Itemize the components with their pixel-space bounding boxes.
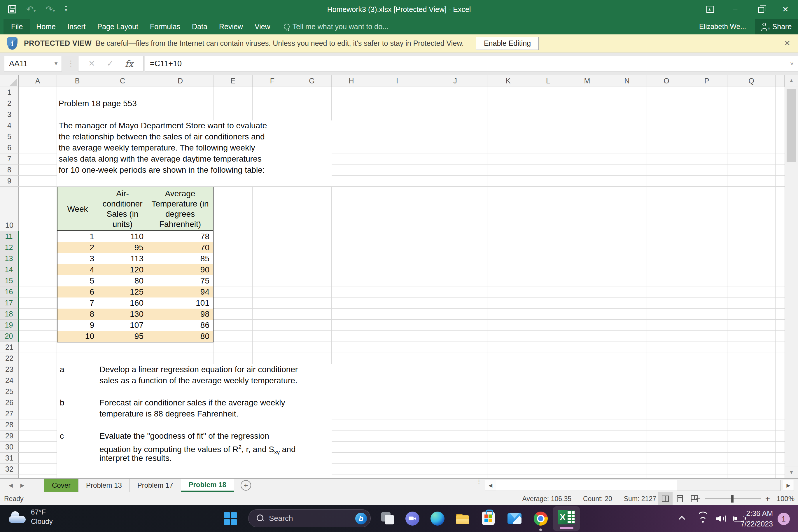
row-header-10[interactable]: 10 bbox=[0, 187, 19, 231]
item-a-line[interactable]: sales as a function of the average weekl… bbox=[99, 375, 298, 386]
row-header-8[interactable]: 8 bbox=[0, 165, 19, 176]
notification-badge[interactable]: 1 bbox=[778, 513, 790, 525]
table-header-sales[interactable]: Air-conditionerSales (inunits) bbox=[98, 187, 147, 230]
row-header-3[interactable]: 3 bbox=[0, 109, 19, 120]
redo-icon[interactable]: ↷▾ bbox=[45, 5, 55, 14]
paragraph-line[interactable]: The manager of Mayo Department Store wan… bbox=[59, 120, 267, 131]
customize-qat-icon[interactable]: ▾ bbox=[65, 6, 67, 13]
column-header-F[interactable]: F bbox=[252, 75, 292, 87]
table-cell[interactable]: 113 bbox=[98, 253, 147, 264]
table-cell[interactable]: 80 bbox=[147, 331, 213, 342]
table-cell[interactable]: 110 bbox=[98, 231, 147, 242]
microsoft-store-icon[interactable] bbox=[482, 512, 495, 525]
row-header-29[interactable]: 29 bbox=[0, 431, 19, 442]
row-header-1[interactable]: 1 bbox=[0, 87, 19, 98]
column-header-Q[interactable]: Q bbox=[727, 75, 776, 87]
table-cell[interactable]: 2 bbox=[57, 242, 98, 253]
zoom-in-icon[interactable]: + bbox=[765, 494, 770, 504]
row-header-23[interactable]: 23 bbox=[0, 364, 19, 375]
chrome-icon[interactable] bbox=[534, 512, 548, 526]
table-cell[interactable]: 80 bbox=[98, 276, 147, 286]
zoom-out-icon[interactable]: − bbox=[696, 494, 700, 504]
row-header-12[interactable]: 12 bbox=[0, 242, 19, 253]
row-header-6[interactable]: 6 bbox=[0, 142, 19, 153]
weather-widget[interactable]: 67°F Cloudy bbox=[9, 508, 53, 526]
column-header-D[interactable]: D bbox=[147, 75, 213, 87]
minimize-button[interactable]: – bbox=[723, 0, 748, 19]
sheet-tab-problem-17[interactable]: Problem 17 bbox=[130, 479, 181, 492]
taskbar-clock[interactable]: 2:36 AM 7/22/2023 bbox=[741, 508, 773, 529]
vertical-scroll-thumb[interactable] bbox=[786, 89, 796, 162]
next-sheet-icon[interactable]: ▶ bbox=[20, 482, 24, 489]
table-cell[interactable]: 4 bbox=[57, 264, 98, 276]
table-cell[interactable]: 86 bbox=[147, 320, 213, 331]
share-button[interactable]: + Share bbox=[755, 19, 798, 34]
undo-icon[interactable]: ↶▾ bbox=[26, 5, 36, 14]
scroll-down-icon[interactable]: ▼ bbox=[785, 466, 798, 478]
cancel-icon[interactable]: ✕ bbox=[88, 59, 95, 68]
paragraph-line[interactable]: the average weekly temperature. The foll… bbox=[59, 142, 267, 153]
select-all-corner[interactable] bbox=[0, 75, 19, 87]
column-header-L[interactable]: L bbox=[529, 75, 567, 87]
table-cell[interactable]: 95 bbox=[98, 242, 147, 253]
row-header-20[interactable]: 20 bbox=[0, 331, 19, 342]
prev-sheet-icon[interactable]: ◀ bbox=[9, 482, 13, 489]
row-header-22[interactable]: 22 bbox=[0, 353, 19, 364]
tab-view[interactable]: View bbox=[249, 20, 276, 34]
column-header-M[interactable]: M bbox=[567, 75, 607, 87]
table-cell[interactable]: 90 bbox=[147, 264, 213, 276]
table-cell[interactable]: 10 bbox=[57, 331, 98, 342]
item-label-a[interactable]: a bbox=[60, 364, 64, 375]
zoom-slider[interactable] bbox=[705, 498, 761, 499]
signed-in-user[interactable]: Elizabeth We... bbox=[699, 22, 746, 31]
table-cell[interactable]: 95 bbox=[98, 331, 147, 342]
table-cell[interactable]: 5 bbox=[57, 276, 98, 286]
row-header-14[interactable]: 14 bbox=[0, 264, 19, 276]
table-header-temp[interactable]: AverageTemperature (indegreesFahrenheit) bbox=[147, 187, 213, 230]
mail-icon[interactable] bbox=[508, 513, 521, 524]
item-label-b[interactable]: b bbox=[60, 397, 64, 408]
paragraph-line[interactable]: sales data along with the average daytim… bbox=[59, 153, 267, 165]
item-label-c[interactable]: c bbox=[60, 431, 64, 442]
table-cell[interactable]: 120 bbox=[98, 264, 147, 276]
table-cell[interactable]: 130 bbox=[98, 309, 147, 320]
tray-chevron-icon[interactable] bbox=[679, 516, 685, 522]
cells-layer[interactable]: Problem 18 page 553 The manager of Mayo … bbox=[19, 87, 784, 478]
column-header-partial[interactable] bbox=[776, 75, 784, 87]
row-header-19[interactable]: 19 bbox=[0, 320, 19, 331]
scroll-left-icon[interactable]: ◀ bbox=[485, 480, 496, 491]
row-header-15[interactable]: 15 bbox=[0, 276, 19, 286]
column-header-J[interactable]: J bbox=[423, 75, 487, 87]
table-cell[interactable]: 1 bbox=[57, 231, 98, 242]
tab-scrollbar-splitter[interactable]: ⁞ bbox=[477, 479, 481, 483]
column-header-O[interactable]: O bbox=[647, 75, 686, 87]
row-header-21[interactable]: 21 bbox=[0, 342, 19, 353]
row-header-32[interactable]: 32 bbox=[0, 464, 19, 475]
tab-home[interactable]: Home bbox=[30, 20, 61, 34]
table-cell[interactable]: 85 bbox=[147, 253, 213, 264]
row-header-30[interactable]: 30 bbox=[0, 442, 19, 453]
start-button[interactable] bbox=[224, 512, 237, 525]
item-c-line[interactable]: interpret the results. bbox=[99, 453, 171, 464]
column-header-E[interactable]: E bbox=[213, 75, 252, 87]
name-box[interactable]: AA11 ▼ bbox=[4, 56, 62, 72]
file-explorer-icon[interactable] bbox=[456, 512, 470, 526]
row-header-7[interactable]: 7 bbox=[0, 153, 19, 165]
table-cell[interactable]: 3 bbox=[57, 253, 98, 264]
zoom-slider-thumb[interactable] bbox=[731, 495, 734, 502]
cell-b2[interactable]: Problem 18 page 553 bbox=[59, 98, 137, 109]
zoom-percentage[interactable]: 100% bbox=[777, 492, 795, 506]
table-cell[interactable]: 107 bbox=[98, 320, 147, 331]
table-header-week[interactable]: Week bbox=[57, 187, 98, 230]
tab-formulas[interactable]: Formulas bbox=[144, 20, 186, 34]
row-header-25[interactable]: 25 bbox=[0, 386, 19, 397]
table-cell[interactable]: 78 bbox=[147, 231, 213, 242]
ribbon-display-options-button[interactable] bbox=[698, 0, 723, 19]
table-cell[interactable]: 7 bbox=[57, 298, 98, 309]
enter-icon[interactable]: ✓ bbox=[107, 59, 113, 68]
vertical-scrollbar[interactable]: ▲ ▼ bbox=[784, 75, 798, 478]
table-cell[interactable]: 125 bbox=[98, 286, 147, 298]
tab-file[interactable]: File bbox=[3, 19, 30, 35]
excel-taskbar-button[interactable]: X bbox=[553, 506, 580, 531]
column-header-A[interactable]: A bbox=[19, 75, 57, 87]
